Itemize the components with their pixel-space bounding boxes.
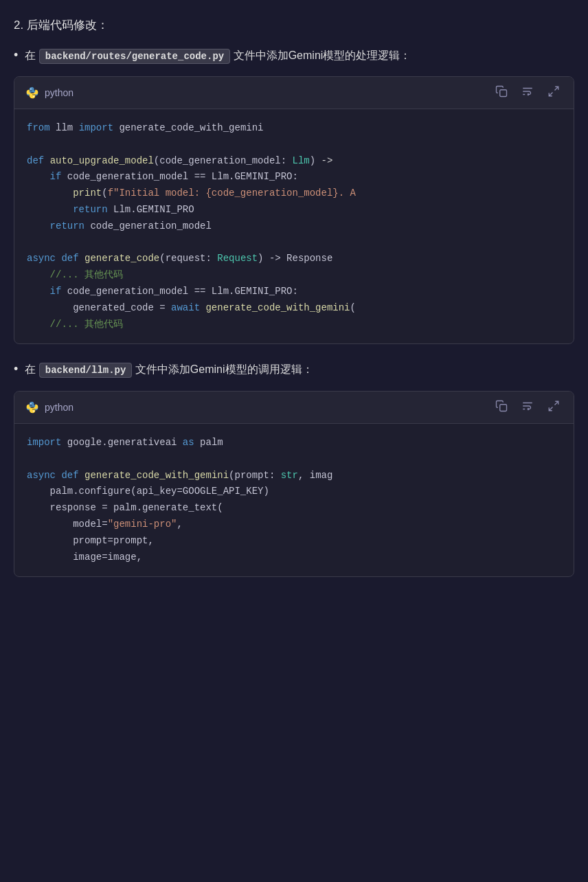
bullet-text-1: 在 backend/routes/generate_code.py 文件中添加G…: [25, 47, 411, 65]
bullet2-filename: backend/llm.py: [39, 363, 133, 378]
section-header: 2. 后端代码修改：: [14, 16, 574, 34]
code-line: return code_generation_model: [27, 218, 561, 235]
code-line: [27, 137, 561, 153]
code-content-1: from llm import generate_code_with_gemin…: [14, 109, 574, 343]
code-lang-label-2: python: [45, 402, 74, 413]
bullet-item-2: • 在 backend/llm.py 文件中添加Gemini模型的调用逻辑：: [14, 361, 574, 378]
python-icon-2: [25, 400, 39, 414]
bullet2-prefix: 在: [25, 363, 38, 375]
code-line: return Llm.GEMINI_PRO: [27, 202, 561, 218]
code-block-2-actions: [493, 398, 563, 416]
code-line: response = palm.generate_text(: [27, 500, 561, 517]
code-line: model="gemini-pro",: [27, 517, 561, 533]
copy-button-1[interactable]: [493, 84, 510, 102]
python-icon-1: [25, 86, 39, 100]
svg-rect-2: [500, 90, 507, 97]
code-line: palm.configure(api_key=GOOGLE_API_KEY): [27, 484, 561, 500]
wrap-button-2[interactable]: [519, 398, 536, 416]
code-line: if code_generation_model == Llm.GEMINI_P…: [27, 284, 561, 300]
svg-point-1: [33, 96, 34, 98]
bullet2-suffix: 文件中添加Gemini模型的调用逻辑：: [135, 363, 313, 375]
code-line: async def generate_code_with_gemini(prom…: [27, 468, 561, 484]
bullet-text-2: 在 backend/llm.py 文件中添加Gemini模型的调用逻辑：: [25, 361, 313, 378]
bullet-item-1: • 在 backend/routes/generate_code.py 文件中添…: [14, 47, 574, 65]
code-block-1-header: python: [14, 77, 574, 109]
svg-rect-6: [500, 405, 507, 411]
code-line: import google.generativeai as palm: [27, 435, 561, 451]
code-block-1-actions: [493, 84, 563, 102]
code-line: def auto_upgrade_model(code_generation_m…: [27, 153, 561, 170]
code-content-2: import google.generativeai as palm async…: [14, 424, 574, 576]
expand-button-2[interactable]: [545, 398, 563, 416]
bullet1-filename: backend/routes/generate_code.py: [39, 49, 230, 64]
code-line: //... 其他代码: [27, 317, 561, 333]
wrap-button-1[interactable]: [519, 84, 536, 102]
code-block-2: python import google.gen: [14, 391, 574, 577]
code-lang-2: python: [25, 400, 74, 414]
bullet-dot-2: •: [14, 362, 18, 376]
code-block-2-header: python: [14, 392, 574, 424]
bullet1-prefix: 在: [25, 49, 38, 61]
svg-point-5: [33, 411, 34, 412]
section-title: 后端代码修改：: [27, 19, 109, 32]
code-line: [27, 451, 561, 468]
code-line: [27, 235, 561, 251]
bullet-dot-1: •: [14, 48, 18, 63]
code-line: image=image,: [27, 550, 561, 566]
code-line: //... 其他代码: [27, 267, 561, 284]
code-line: prompt=prompt,: [27, 533, 561, 550]
svg-point-4: [30, 403, 32, 405]
code-line: generated_code = await generate_code_wit…: [27, 300, 561, 317]
section-number: 2.: [14, 19, 23, 32]
code-line: async def generate_code(request: Request…: [27, 251, 561, 267]
expand-button-1[interactable]: [545, 84, 563, 102]
code-lang-label-1: python: [45, 87, 74, 98]
code-line: if code_generation_model == Llm.GEMINI_P…: [27, 169, 561, 185]
code-line: print(f"Initial model: {code_generation_…: [27, 185, 561, 202]
code-block-1: python from llm import g: [14, 76, 574, 344]
svg-point-0: [30, 89, 32, 90]
code-lang-1: python: [25, 86, 74, 100]
code-line: from llm import generate_code_with_gemin…: [27, 120, 561, 137]
copy-button-2[interactable]: [493, 398, 510, 416]
bullet1-suffix: 文件中添加Gemini模型的处理逻辑：: [234, 49, 411, 61]
